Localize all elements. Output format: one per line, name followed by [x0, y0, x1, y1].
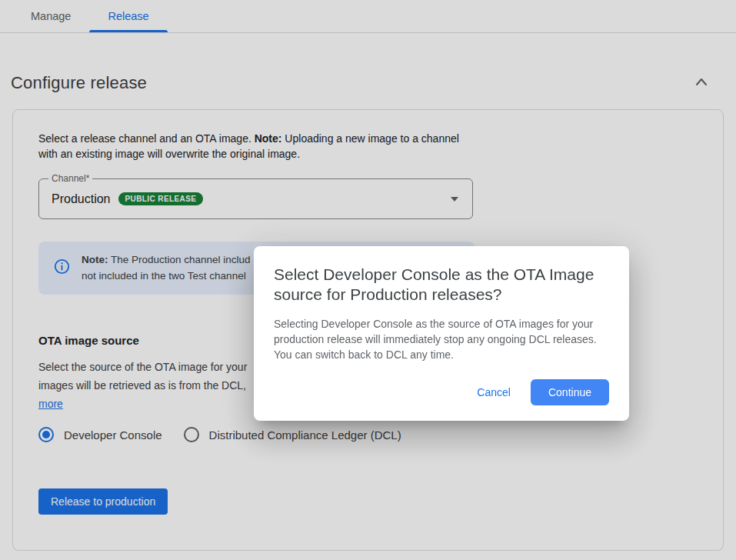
dialog-body: Selecting Developer Console as the sourc…	[274, 316, 609, 362]
cancel-button[interactable]: Cancel	[465, 379, 523, 405]
dialog-title: Select Developer Console as the OTA Imag…	[274, 265, 609, 305]
dialog-actions: Cancel Continue	[274, 379, 609, 405]
continue-button[interactable]: Continue	[531, 379, 609, 405]
confirm-dialog: Select Developer Console as the OTA Imag…	[254, 246, 629, 421]
